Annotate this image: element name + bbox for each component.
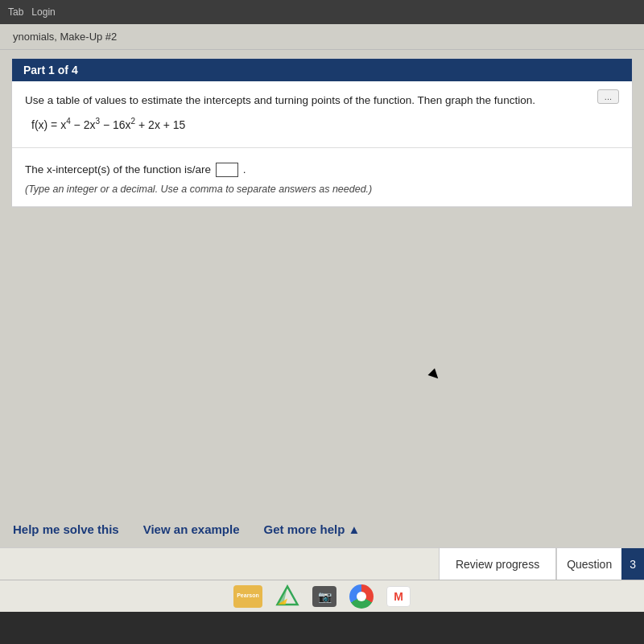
question-number: 3 [621,548,644,580]
problem-area: Use a table of values to estimate the in… [12,81,632,148]
answer-hint: (Type an integer or a decimal. Use a com… [25,184,619,195]
pearson-label: Pearson [237,592,259,599]
camera-icon[interactable]: 📷 [312,586,336,607]
help-solve-link[interactable]: Help me solve this [13,522,119,536]
chrome-center [357,592,366,601]
content-card: Part 1 of 4 Use a table of values to est… [11,58,633,208]
camera-glyph: 📷 [318,590,332,603]
main-area: ynomials, Make-Up #2 Part 1 of 4 Use a t… [0,24,644,612]
part-label: Part 1 of 4 [23,64,78,76]
expand-button[interactable]: ... [597,89,619,104]
tab-label[interactable]: Tab [8,6,23,18]
mouse-cursor [428,369,442,382]
part-header: Part 1 of 4 [12,59,632,81]
answer-text: The x-intercept(s) of the function is/ar… [25,161,619,179]
chrome-icon[interactable] [349,584,374,609]
taskbar: Pearson 📷 M [0,580,644,612]
bottom-bar: Review progress Question 3 [0,547,644,580]
browser-bar: Tab Login [0,0,644,24]
login-label[interactable]: Login [31,6,55,18]
action-bar: Help me solve this View an example Get m… [0,511,644,547]
gmail-icon[interactable]: M [386,586,411,607]
answer-suffix: . [243,163,246,175]
pearson-icon[interactable]: Pearson [233,585,262,608]
view-example-link[interactable]: View an example [143,522,240,536]
instruction-text: Use a table of values to estimate the in… [25,94,535,106]
page-header: ynomials, Make-Up #2 [0,24,644,50]
page-title: ynomials, Make-Up #2 [13,31,117,43]
gmail-glyph: M [394,590,403,603]
answer-area: The x-intercept(s) of the function is/ar… [12,148,632,207]
function-display: f(x) = x4 − 2x3 − 16x2 + 2x + 15 [31,117,619,131]
answer-input-box[interactable] [216,163,238,177]
google-drive-icon[interactable] [275,584,299,609]
answer-prefix: The x-intercept(s) of the function is/ar… [25,163,211,175]
question-label: Question [556,548,621,580]
problem-instruction: Use a table of values to estimate the in… [25,93,619,109]
review-progress-button[interactable]: Review progress [439,548,556,580]
more-help-link[interactable]: Get more help ▲ [264,522,361,536]
